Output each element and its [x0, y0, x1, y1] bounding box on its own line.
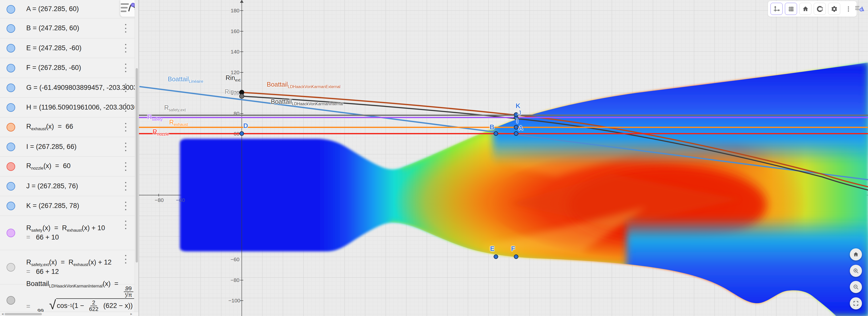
row-menu-kebab-icon[interactable] [123, 202, 128, 210]
expression-I[interactable]: I = (267.285, 66) [26, 137, 138, 156]
row-menu-kebab-icon[interactable] [123, 143, 128, 151]
row-menu-kebab-icon[interactable] [123, 255, 128, 264]
row-menu-kebab-icon[interactable] [123, 44, 128, 52]
expression-Rsafety[interactable]: Rsafety(x) = Rexhaust(x) + 10= 66 + 10 [26, 216, 138, 250]
more-options-button[interactable] [842, 3, 854, 15]
visibility-marble-Rsafety[interactable] [6, 229, 15, 237]
algebra-horizontal-scrollbar[interactable]: ◄ ► [0, 312, 138, 316]
vertical-scrollbar-thumb[interactable] [136, 68, 138, 262]
algebra-row-Rnozzle[interactable]: Rnozzle(x) = 60 [0, 157, 138, 176]
row-menu-kebab-icon[interactable] [123, 182, 128, 190]
y-tick-label: 140 [228, 49, 240, 55]
expression-K[interactable]: K = (267.285, 78) [26, 196, 138, 215]
algebra-row-A[interactable]: A = (267.285, 60) [0, 0, 138, 19]
scroll-left-arrow-icon[interactable]: ◄ [1, 312, 4, 316]
point-F[interactable] [514, 254, 518, 259]
home-zoom-button[interactable] [850, 248, 862, 260]
algebra-row-RsafetyExt[interactable]: Rsafety,ext(x) = Rexhaust(x) + 12= 66 + … [0, 250, 138, 284]
y-tick-mark [240, 72, 243, 73]
row-menu-kebab-icon[interactable] [123, 103, 128, 112]
visibility-marble-A[interactable] [6, 5, 15, 13]
visibility-marble-RsafetyExt[interactable] [6, 263, 15, 272]
point-I[interactable] [514, 125, 518, 130]
algebra-vertical-scrollbar[interactable] [135, 0, 138, 316]
y-tick-label: −80 [228, 277, 240, 283]
y-tick-label: 180 [228, 7, 240, 13]
row-menu-kebab-icon[interactable] [123, 83, 128, 92]
visibility-marble-I[interactable] [6, 143, 15, 151]
algebra-row-Rexhaust[interactable]: Rexhaust(x) = 66 [0, 117, 138, 137]
expression-B[interactable]: B = (247.285, 60) [26, 19, 138, 38]
visibility-marble-J[interactable] [6, 182, 15, 190]
expression-G[interactable]: G = (-61.4909803899457, -203.30036229 [26, 78, 138, 98]
point-E[interactable] [494, 254, 498, 259]
row-menu-kebab-icon[interactable] [123, 162, 128, 171]
algebra-panel[interactable]: A = (267.285, 60)B = (247.285, 60)E = (2… [0, 0, 139, 316]
axes-toggle-button[interactable] [771, 3, 783, 15]
visibility-marble-G[interactable] [6, 83, 15, 92]
scroll-right-arrow-icon[interactable]: ► [130, 312, 133, 316]
algebra-row-H[interactable]: H = (1196.50901961006, -203.30036290 [0, 98, 138, 117]
visibility-marble-Rexhaust[interactable] [6, 123, 15, 132]
label-point-E: E [490, 245, 494, 253]
x-tick-mark [158, 194, 159, 197]
visibility-marble-B[interactable] [6, 24, 15, 33]
expression-F[interactable]: F = (267.285, -60) [26, 58, 138, 78]
algebra-row-I[interactable]: I = (267.285, 66) [0, 137, 138, 157]
expression-Rnozzle[interactable]: Rnozzle(x) = 60 [26, 157, 138, 176]
algebra-row-G[interactable]: G = (-61.4909803899457, -203.30036229 [0, 78, 138, 98]
label-boattail-lineaire: BoattailLinéaire [168, 75, 203, 84]
home-view-button[interactable] [799, 3, 811, 15]
visibility-marble-Rnozzle[interactable] [6, 162, 15, 171]
row-menu-kebab-icon[interactable] [123, 221, 128, 229]
algebra-row-E[interactable]: E = (247.285, -60) [0, 38, 138, 58]
label-r-nozzle: Rnozzle [153, 128, 169, 137]
settings-button[interactable] [828, 3, 840, 15]
label-point-D: D [243, 122, 248, 130]
graphics-stylebar-button[interactable] [854, 3, 866, 14]
line-r-safety[interactable] [138, 117, 868, 118]
visibility-marble-BoattailInternal[interactable] [6, 296, 15, 305]
point-rin-int[interactable] [239, 94, 244, 99]
grid-toggle-button[interactable] [785, 3, 797, 15]
row-menu-kebab-icon[interactable] [123, 289, 128, 298]
zoom-out-button[interactable] [850, 281, 862, 293]
algebra-row-Rsafety[interactable]: Rsafety(x) = Rexhaust(x) + 10= 66 + 10 [0, 216, 138, 250]
visibility-marble-K[interactable] [6, 202, 15, 210]
row-menu-kebab-icon[interactable] [123, 123, 128, 132]
expression-H[interactable]: H = (1196.50901961006, -203.30036290 [26, 98, 138, 117]
visibility-marble-F[interactable] [6, 64, 15, 72]
zoom-in-button[interactable] [850, 265, 862, 277]
point-A[interactable] [514, 131, 518, 136]
row-menu-kebab-icon[interactable] [123, 64, 128, 72]
expression-Rexhaust[interactable]: Rexhaust(x) = 66 [26, 117, 138, 137]
algebra-row-K[interactable]: K = (267.285, 78) [0, 196, 138, 216]
y-tick-mark [240, 280, 243, 280]
expression-J[interactable]: J = (267.285, 76) [26, 176, 138, 196]
expression-BoattailInternal[interactable]: BoattailLDHaackVonKarmanInternal(x) = 99… [26, 284, 138, 316]
visibility-marble-E[interactable] [6, 44, 15, 52]
horizontal-scrollbar-thumb[interactable] [4, 313, 42, 315]
point-B[interactable] [494, 131, 498, 136]
graphics-view-toolbar [768, 1, 857, 17]
expression-RsafetyExt[interactable]: Rsafety,ext(x) = Rexhaust(x) + 12= 66 + … [26, 250, 138, 284]
label-boattail-internal: BoattailLDHaackVonKarmanInternal [271, 98, 343, 106]
fullscreen-button[interactable] [850, 297, 862, 310]
label-r-exhaust: Rexhaust [169, 118, 188, 127]
label-rin-ext: Rinext [225, 74, 241, 82]
label-point-A: A [518, 124, 523, 132]
row-menu-kebab-icon[interactable] [123, 24, 128, 33]
y-tick-mark [240, 10, 243, 11]
algebra-row-BoattailInternal[interactable]: BoattailLDHaackVonKarmanInternal(x) = 99… [0, 284, 138, 316]
algebra-row-B[interactable]: B = (247.285, 60) [0, 19, 138, 38]
line-r-safety-ext[interactable] [138, 114, 868, 116]
expression-E[interactable]: E = (247.285, -60) [26, 38, 138, 58]
algebra-row-F[interactable]: F = (267.285, -60) [0, 58, 138, 78]
point-D[interactable] [240, 131, 244, 136]
label-rin-int: Rinint [224, 88, 238, 96]
line-r-nozzle[interactable] [138, 133, 868, 134]
algebra-row-J[interactable]: J = (267.285, 76) [0, 176, 138, 196]
snap-to-grid-button[interactable] [814, 3, 826, 15]
visibility-marble-H[interactable] [6, 103, 15, 112]
label-point-K: K [516, 102, 520, 110]
